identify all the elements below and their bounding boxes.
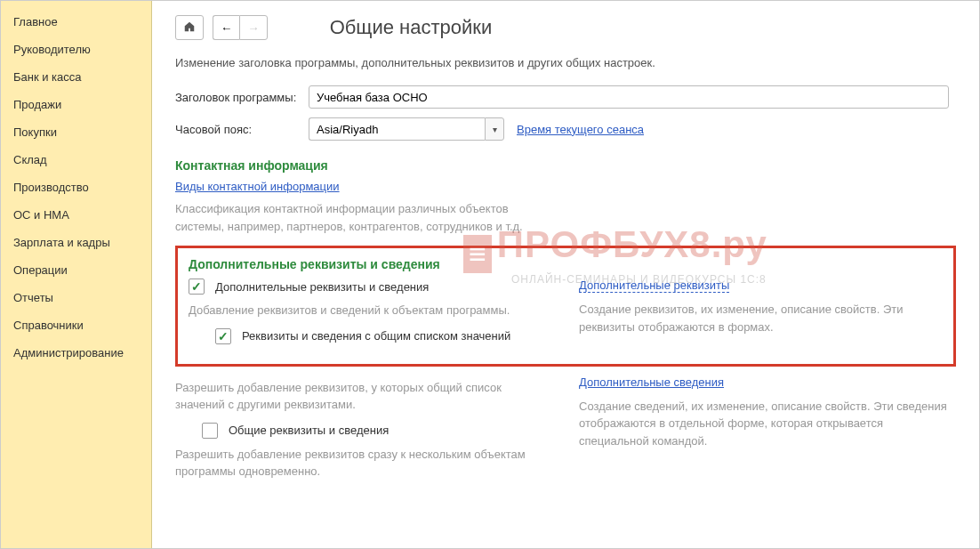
sidebar-item-production[interactable]: Производство bbox=[1, 174, 151, 201]
timezone-label: Часовой пояс: bbox=[175, 123, 309, 136]
sidebar-item-assets[interactable]: ОС и НМА bbox=[1, 201, 151, 229]
checkbox-extra-attrs-desc: Добавление реквизитов и сведений к объек… bbox=[189, 302, 552, 319]
chevron-down-icon: ▾ bbox=[493, 125, 497, 134]
extra-info-link-desc: Создание сведений, их изменение, описани… bbox=[579, 398, 956, 450]
checkbox-shared-list-desc: Разрешить добавление реквизитов, у котор… bbox=[175, 379, 552, 414]
sidebar-item-sales[interactable]: Продажи bbox=[1, 91, 151, 118]
arrow-right-icon: → bbox=[247, 21, 259, 35]
program-title-label: Заголовок программы: bbox=[175, 91, 309, 104]
section-extra: Дополнительные реквизиты и сведения bbox=[189, 257, 943, 271]
checkbox-shared-list[interactable] bbox=[215, 328, 231, 344]
timezone-input[interactable] bbox=[309, 117, 485, 141]
sidebar-item-catalogs[interactable]: Справочники bbox=[1, 311, 151, 339]
sidebar: Главное Руководителю Банк и касса Продаж… bbox=[1, 1, 152, 548]
checkbox-common-attrs-label: Общие реквизиты и сведения bbox=[229, 424, 389, 437]
sidebar-item-salary[interactable]: Зарплата и кадры bbox=[1, 229, 151, 256]
highlighted-section: Дополнительные реквизиты и сведения Допо… bbox=[175, 246, 956, 367]
sidebar-item-reports[interactable]: Отчеты bbox=[1, 284, 151, 311]
home-icon bbox=[183, 20, 196, 36]
forward-button[interactable]: → bbox=[239, 15, 267, 40]
home-button[interactable] bbox=[175, 15, 204, 40]
extra-attrs-link[interactable]: Дополнительные реквизиты bbox=[579, 279, 729, 293]
extra-attrs-link-desc: Создание реквизитов, их изменение, описа… bbox=[579, 301, 943, 335]
sidebar-item-bank[interactable]: Банк и касса bbox=[1, 63, 151, 91]
sidebar-item-operations[interactable]: Операции bbox=[1, 256, 151, 284]
sidebar-item-admin[interactable]: Администрирование bbox=[1, 339, 151, 367]
page-description: Изменение заголовка программы, дополните… bbox=[175, 56, 956, 69]
contact-description: Классификация контактной информации разл… bbox=[175, 200, 558, 235]
program-title-input[interactable] bbox=[309, 85, 949, 109]
page-title: Общие настройки bbox=[330, 16, 493, 39]
back-button[interactable]: ← bbox=[213, 15, 239, 40]
checkbox-common-attrs-desc: Разрешить добавление реквизитов сразу к … bbox=[175, 446, 552, 480]
checkbox-shared-list-label: Реквизиты и сведения с общим списком зна… bbox=[242, 329, 510, 343]
main-content: ← → Общие настройки Изменение заголовка … bbox=[152, 1, 979, 548]
sidebar-item-purchases[interactable]: Покупки bbox=[1, 118, 151, 146]
contact-types-link[interactable]: Виды контактной информации bbox=[175, 180, 340, 193]
section-contact-info: Контактная информация bbox=[175, 158, 956, 173]
timezone-dropdown-button[interactable]: ▾ bbox=[485, 117, 504, 141]
sidebar-item-main[interactable]: Главное bbox=[1, 8, 151, 36]
checkbox-extra-attrs-label: Дополнительные реквизиты и сведения bbox=[215, 280, 429, 294]
checkbox-common-attrs[interactable] bbox=[202, 423, 218, 439]
sidebar-item-manager[interactable]: Руководителю bbox=[1, 36, 151, 63]
session-time-link[interactable]: Время текущего сеанса bbox=[517, 123, 644, 136]
arrow-left-icon: ← bbox=[221, 21, 232, 35]
checkbox-extra-attrs[interactable] bbox=[189, 279, 205, 295]
sidebar-item-warehouse[interactable]: Склад bbox=[1, 146, 151, 174]
extra-info-link[interactable]: Дополнительные сведения bbox=[579, 375, 724, 389]
